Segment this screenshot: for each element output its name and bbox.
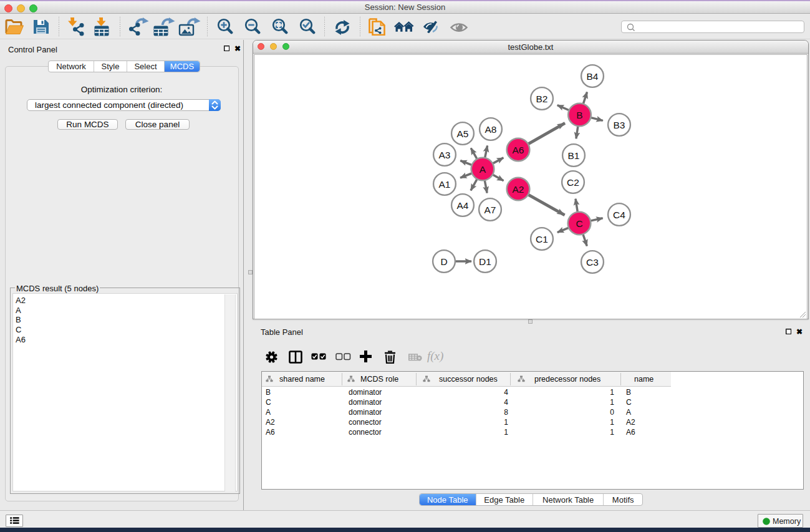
svg-text:C3: C3 <box>586 257 599 268</box>
svg-text:C1: C1 <box>536 234 548 244</box>
svg-text:B1: B1 <box>568 150 580 161</box>
svg-text:B3: B3 <box>614 120 625 130</box>
svg-text:A: A <box>480 164 486 175</box>
svg-text:C2: C2 <box>567 177 579 188</box>
svg-text:D: D <box>440 256 447 267</box>
svg-text:B2: B2 <box>536 94 548 104</box>
svg-text:A8: A8 <box>485 124 497 135</box>
svg-text:D1: D1 <box>479 256 491 267</box>
svg-text:B: B <box>576 110 582 120</box>
svg-text:A1: A1 <box>439 179 451 190</box>
svg-text:A5: A5 <box>457 128 469 139</box>
svg-text:A7: A7 <box>485 205 496 215</box>
svg-text:A2: A2 <box>513 184 524 195</box>
svg-text:B4: B4 <box>587 71 599 82</box>
svg-text:A4: A4 <box>457 200 469 211</box>
svg-text:A3: A3 <box>439 150 451 160</box>
svg-text:C: C <box>576 218 582 229</box>
svg-text:A6: A6 <box>513 145 524 155</box>
svg-text:C4: C4 <box>613 210 625 220</box>
